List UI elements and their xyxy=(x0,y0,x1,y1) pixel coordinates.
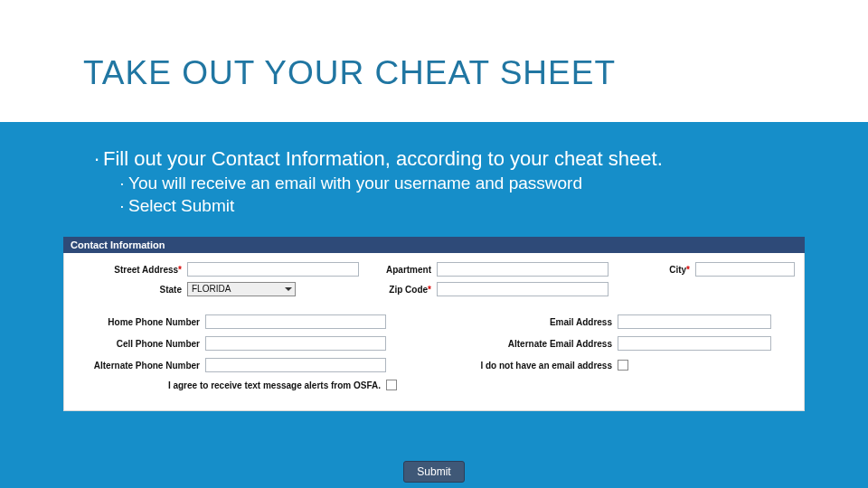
bullet-sub-2: ·Select Submit xyxy=(116,194,832,218)
label-alt-phone: Alternate Phone Number xyxy=(73,361,205,371)
label-city-text: City xyxy=(669,265,686,275)
bullet-list: ·Fill out your Contact Information, acco… xyxy=(90,146,832,218)
label-text-alerts: I agree to receive text message alerts f… xyxy=(73,380,386,390)
label-apartment: Apartment xyxy=(359,265,437,275)
checkbox-text-alerts[interactable] xyxy=(386,380,397,390)
required-mark: * xyxy=(178,265,182,275)
bullet-sub1-text: You will receive an email with your user… xyxy=(128,174,582,192)
bullet-main-text: Fill out your Contact Information, accor… xyxy=(103,147,663,170)
row-phone-email-2: Cell Phone Number Alternate Email Addres… xyxy=(73,336,795,351)
label-no-email: I do not have an email address xyxy=(386,361,618,371)
required-mark: * xyxy=(686,265,690,275)
label-email: Email Address xyxy=(386,317,618,327)
bullet-sub-1: ·You will receive an email with your use… xyxy=(116,172,832,195)
submit-button[interactable]: Submit xyxy=(403,461,464,483)
required-mark: * xyxy=(428,285,431,295)
submit-bar: Submit xyxy=(0,461,868,483)
input-zip[interactable] xyxy=(437,282,609,296)
bullet-sub2-text: Select Submit xyxy=(128,196,234,215)
slide: TAKE OUT YOUR CHEAT SHEET ·Fill out your… xyxy=(0,0,868,488)
input-alt-phone[interactable] xyxy=(205,358,386,372)
bullet-main: ·Fill out your Contact Information, acco… xyxy=(90,146,832,172)
row-phone-email-1: Home Phone Number Email Address xyxy=(73,314,795,329)
input-email[interactable] xyxy=(618,314,771,329)
label-alt-email: Alternate Email Address xyxy=(386,339,618,349)
label-zip-text: Zip Code xyxy=(389,285,428,295)
label-city: City* xyxy=(609,265,695,275)
input-street[interactable] xyxy=(187,262,359,277)
panel-body: Street Address* Apartment City* State FL… xyxy=(63,253,805,411)
input-city[interactable] xyxy=(695,262,795,277)
input-alt-email[interactable] xyxy=(618,336,771,351)
panel-header: Contact Information xyxy=(63,237,805,253)
row-phone-email-3: Alternate Phone Number I do not have an … xyxy=(73,358,795,372)
select-state[interactable]: FLORIDA xyxy=(187,282,296,296)
label-street: Street Address* xyxy=(73,265,187,275)
row-text-alerts: I agree to receive text message alerts f… xyxy=(73,380,795,390)
input-home-phone[interactable] xyxy=(205,314,386,329)
contact-form: Contact Information Street Address* Apar… xyxy=(63,237,805,411)
slide-title: TAKE OUT YOUR CHEAT SHEET xyxy=(83,54,616,92)
input-apartment[interactable] xyxy=(437,262,609,277)
label-state: State xyxy=(73,285,187,295)
label-zip: Zip Code* xyxy=(296,285,437,295)
select-state-value: FLORIDA xyxy=(192,284,231,294)
checkbox-no-email[interactable] xyxy=(618,360,628,371)
label-home-phone: Home Phone Number xyxy=(73,317,205,327)
label-cell-phone: Cell Phone Number xyxy=(73,339,205,349)
row-state-zip: State FLORIDA Zip Code* xyxy=(73,282,795,296)
row-address: Street Address* Apartment City* xyxy=(73,262,795,277)
label-street-text: Street Address xyxy=(114,265,178,275)
input-cell-phone[interactable] xyxy=(205,336,386,351)
